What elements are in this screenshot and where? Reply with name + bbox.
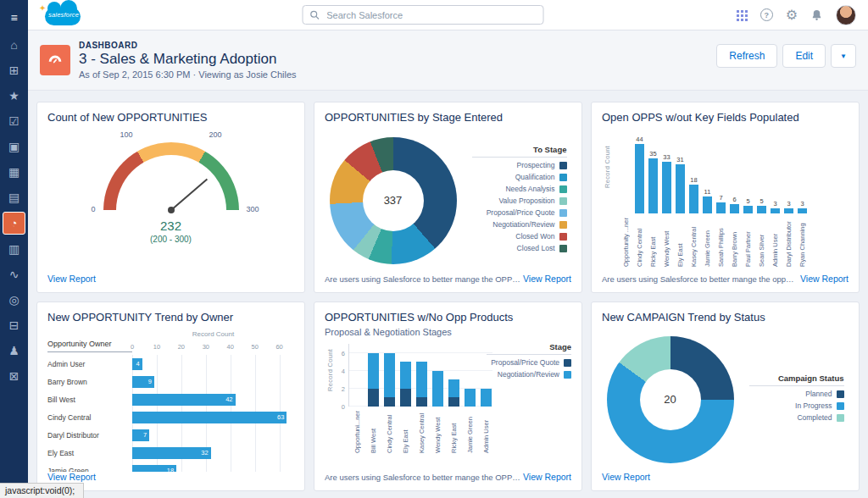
legend-label: Value Proposition	[499, 196, 555, 205]
legend-item: Value Proposition	[472, 196, 567, 205]
bar-column: Jamie Green	[463, 344, 476, 453]
table-row: Daryl Distributor7	[47, 426, 294, 444]
bar	[716, 202, 726, 213]
bar-column: 6Barry Brown	[729, 132, 740, 267]
card-footer-text: Are users using Salesforce to better man…	[602, 274, 798, 284]
sidebar-item-cases[interactable]: ⊠	[0, 363, 28, 389]
sidebar-item-products[interactable]: ⊞	[0, 58, 28, 83]
x-axis-tick-label: Kasey Central	[418, 409, 426, 453]
app-launcher-icon[interactable]	[736, 9, 748, 21]
view-report-link[interactable]: View Report	[523, 472, 571, 482]
global-search[interactable]	[302, 5, 543, 25]
bar-column: 5Sean Silver	[756, 132, 767, 267]
avatar[interactable]	[836, 5, 856, 25]
axis-tick-label: 30	[203, 343, 209, 351]
bar	[784, 208, 793, 213]
view-report-link[interactable]: View Report	[47, 472, 96, 482]
legend-item: Proposal/Price Quote	[472, 208, 567, 217]
bar-column: Ely East	[398, 344, 412, 453]
dashboards-icon: ◔	[11, 217, 18, 230]
bar-column: 35Ricky East	[648, 132, 659, 267]
legend-title: Campaign Status	[749, 374, 844, 386]
profile-icon: ♟	[8, 344, 19, 357]
calendar-icon: ⊟	[9, 318, 19, 332]
sidebar-item-contacts[interactable]: ▤	[0, 185, 28, 210]
favorites-icon: ★	[8, 89, 19, 102]
chevron-down-icon: ▼	[840, 53, 847, 60]
sidebar-item-tasks[interactable]: ☑	[0, 108, 28, 134]
sidebar-item-home[interactable]: ⌂	[0, 32, 28, 58]
edit-button[interactable]: Edit	[782, 44, 826, 68]
refresh-button[interactable]: Refresh	[716, 44, 777, 68]
sidebar-item-reports[interactable]: ▥	[0, 236, 28, 262]
x-axis-tick-label: Sean Silver	[758, 216, 765, 267]
notifications-bell-icon[interactable]	[810, 8, 823, 21]
axis-tick-label: 10	[153, 343, 160, 351]
sidebar-item-profile[interactable]: ♟	[0, 338, 28, 363]
table-row: Jamie Green18	[47, 462, 294, 472]
x-axis-tick-label: Opportuni...ner	[353, 409, 361, 453]
sidebar-item-calendar[interactable]: ⊟	[0, 313, 28, 338]
setup-gear-icon[interactable]: ⚙	[786, 8, 798, 22]
bar-value: 42	[225, 396, 235, 403]
card-title: OPPORTUNITIES w/No Opp Products	[325, 311, 571, 324]
bar-column: 5Paul Partner	[743, 132, 754, 267]
x-axis-tick-label: Ryan Channing	[798, 216, 806, 267]
home-icon: ⌂	[10, 38, 17, 52]
topbar-actions: ? ⚙	[736, 5, 856, 25]
help-icon[interactable]: ?	[760, 8, 773, 21]
sidebar-item-store[interactable]: ▦	[0, 159, 28, 185]
axis-tick-label: 6	[342, 349, 345, 357]
page-subtitle: As of Sep 2, 2015 6:30 PM · Viewing as J…	[79, 69, 297, 80]
x-axis-tick-label: Paul Partner	[744, 216, 752, 267]
bar	[798, 208, 807, 213]
axis-tick-label: 0	[342, 403, 345, 411]
view-report-link[interactable]: View Report	[602, 472, 650, 482]
card-opp-trend-by-owner: New OPPORTUNITY Trend by Owner Opportuni…	[36, 302, 305, 491]
sidebar-item-dashboards[interactable]: ◔	[3, 212, 25, 235]
legend-swatch	[559, 209, 567, 217]
gauge-tick-label: 200	[209, 130, 221, 139]
bar-column: Bill West	[366, 344, 380, 453]
sidebar-item-groups[interactable]: ◎	[0, 287, 28, 313]
axis-tick-label: 4	[342, 367, 345, 374]
search-input[interactable]	[325, 9, 536, 21]
bar-segment	[465, 389, 476, 407]
table-row: Barry Brown9	[47, 373, 294, 390]
card-title: Open OPPS w/out Key Fields Populated	[602, 111, 849, 124]
axis-tick-label: 60	[275, 343, 282, 351]
search-icon	[309, 10, 320, 20]
x-axis-tick-label: Barry Brown	[731, 216, 738, 267]
sidebar-item-favorites[interactable]: ★	[0, 83, 28, 108]
legend-swatch	[559, 245, 567, 252]
bar-segment	[432, 371, 443, 407]
legend-item: Needs Analysis	[472, 185, 567, 193]
x-axis-tick-label: Opportunity ...ner	[622, 216, 630, 267]
legend-label: In Progress	[795, 401, 832, 410]
view-report-link[interactable]: View Report	[800, 274, 849, 284]
sidebar-item-menu[interactable]: ≡	[0, 5, 28, 30]
bar-chart: Record CountOpportunity ...ner44Cindy Ce…	[602, 132, 849, 274]
legend-label: Closed Won	[515, 232, 554, 241]
more-actions-button[interactable]: ▼	[831, 44, 856, 68]
files-icon: ▣	[8, 140, 19, 153]
bar-value: 7	[143, 431, 149, 439]
view-report-link[interactable]: View Report	[47, 274, 96, 284]
x-axis-tick-label: Sarah Phillips	[717, 216, 725, 267]
row-label: Cindy Central	[47, 413, 132, 422]
card-footer-text: Are users using Salesforce to better man…	[325, 473, 520, 482]
card-footer: Are users using Salesforce to better man…	[325, 274, 571, 284]
x-axis-tick-label: Kasey Central	[690, 216, 698, 267]
status-tooltip: javascript:void(0);	[0, 483, 84, 498]
legend-swatch	[564, 359, 571, 367]
bar: 63	[132, 412, 287, 423]
card-grid: Count of New OPPORTUNITIES 0100200300232…	[36, 102, 860, 491]
x-axis-tick-label: Admin User	[482, 409, 490, 453]
products-icon: ⊞	[9, 64, 19, 77]
legend-swatch	[559, 162, 567, 169]
view-report-link[interactable]: View Report	[523, 274, 571, 284]
sidebar-item-files[interactable]: ▣	[0, 134, 28, 159]
x-axis-tick-label: Jamie Green	[704, 216, 711, 267]
sidebar-item-activity[interactable]: ∿	[0, 262, 28, 287]
bar-value: 31	[676, 156, 683, 163]
